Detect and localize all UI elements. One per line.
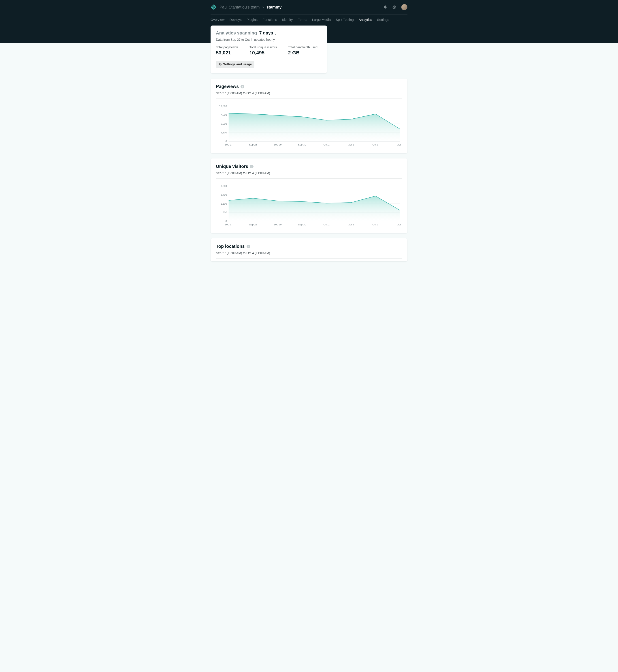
- stat-value: 53,021: [216, 50, 238, 56]
- svg-text:Sep 28: Sep 28: [249, 143, 257, 146]
- settings-usage-button[interactable]: Settings and usage: [216, 61, 254, 68]
- stat-value: 10,495: [249, 50, 277, 56]
- svg-text:Sep 27: Sep 27: [225, 143, 233, 146]
- header-row: Paul Stamatiou's team › stammy: [211, 0, 407, 14]
- svg-text:2,500: 2,500: [221, 131, 227, 134]
- summary-subtitle: Data from Sep 27 to Oct 4, updated hourl…: [216, 38, 321, 41]
- summary-title-prefix: Analytics spanning: [216, 30, 257, 35]
- svg-text:Sep 27: Sep 27: [225, 223, 233, 226]
- svg-text:Oct 1: Oct 1: [323, 143, 330, 146]
- svg-text:0: 0: [225, 220, 227, 222]
- analytics-summary-card: Analytics spanning 7 days ⌄ Data from Se…: [211, 25, 327, 73]
- stat-label: Total bandwidth used: [288, 45, 318, 49]
- bell-icon[interactable]: [383, 5, 387, 9]
- svg-text:Sep 29: Sep 29: [274, 143, 282, 146]
- nav-split-testing[interactable]: Split Testing: [336, 18, 354, 21]
- pageviews-title: Pageviews i: [216, 84, 402, 89]
- chart-range: Sep 27 (12:00 AM) to Oct 4 (11:00 AM): [216, 251, 402, 259]
- summary-period-value: 7 days: [259, 30, 273, 35]
- nav-analytics[interactable]: Analytics: [359, 18, 372, 21]
- svg-text:Oct 4: Oct 4: [397, 223, 402, 226]
- svg-text:10,000: 10,000: [219, 105, 227, 107]
- nav-functions[interactable]: Functions: [263, 18, 277, 21]
- chart-title-text: Unique visitors: [216, 164, 248, 169]
- svg-text:Oct 4: Oct 4: [397, 143, 402, 146]
- svg-text:Oct 1: Oct 1: [323, 223, 330, 226]
- chart-title-text: Pageviews: [216, 84, 239, 89]
- gear-icon: [219, 63, 222, 66]
- team-name[interactable]: Paul Stamatiou's team: [219, 5, 260, 10]
- svg-text:5,000: 5,000: [221, 122, 227, 125]
- stat-bandwidth: Total bandwidth used 2 GB: [288, 45, 318, 56]
- summary-period-dropdown[interactable]: 7 days ⌄: [259, 30, 277, 35]
- svg-text:Sep 30: Sep 30: [298, 223, 306, 226]
- stat-label: Total pageviews: [216, 45, 238, 49]
- svg-text:800: 800: [223, 211, 227, 214]
- nav-plugins[interactable]: Plugins: [246, 18, 258, 21]
- stats-row: Total pageviews 53,021 Total unique visi…: [216, 45, 321, 56]
- summary-title: Analytics spanning 7 days ⌄: [216, 30, 321, 35]
- svg-text:0: 0: [225, 140, 227, 142]
- site-name[interactable]: stammy: [267, 5, 282, 10]
- svg-text:Oct 3: Oct 3: [373, 143, 379, 146]
- stat-label: Total unique visitors: [249, 45, 277, 49]
- svg-text:Oct 3: Oct 3: [373, 223, 379, 226]
- svg-text:Oct 2: Oct 2: [348, 143, 354, 146]
- svg-text:1,600: 1,600: [221, 202, 227, 205]
- svg-text:Oct 2: Oct 2: [348, 223, 354, 226]
- svg-text:2,400: 2,400: [221, 194, 227, 196]
- nav-forms[interactable]: Forms: [298, 18, 307, 21]
- info-icon[interactable]: i: [246, 245, 250, 248]
- nav-overview[interactable]: Overview: [211, 18, 225, 21]
- breadcrumb: Paul Stamatiou's team › stammy: [211, 4, 282, 10]
- locations-title: Top locations i: [216, 244, 402, 249]
- svg-text:Sep 28: Sep 28: [249, 223, 257, 226]
- chevron-down-icon: ⌄: [274, 32, 277, 35]
- svg-text:Sep 29: Sep 29: [274, 223, 282, 226]
- info-icon[interactable]: i: [240, 85, 244, 88]
- pageviews-card: Pageviews i Sep 27 (12:00 AM) to Oct 4 (…: [211, 79, 407, 153]
- stat-visitors: Total unique visitors 10,495: [249, 45, 277, 56]
- chart-title-text: Top locations: [216, 244, 245, 249]
- visitors-card: Unique visitors i Sep 27 (12:00 AM) to O…: [211, 159, 407, 233]
- svg-point-5: [394, 7, 395, 8]
- svg-text:7,500: 7,500: [221, 113, 227, 116]
- help-icon[interactable]: [392, 5, 396, 9]
- settings-usage-label: Settings and usage: [223, 63, 252, 66]
- header-icons: [383, 4, 407, 10]
- chart-range: Sep 27 (12:00 AM) to Oct 4 (11:00 AM): [216, 91, 402, 99]
- info-icon[interactable]: i: [250, 165, 253, 168]
- visitors-chart: 08001,6002,4003,200Sep 27Sep 28Sep 29Sep…: [216, 184, 402, 226]
- stat-value: 2 GB: [288, 50, 318, 56]
- nav-row: Overview Deploys Plugins Functions Ident…: [211, 14, 407, 25]
- nav-settings[interactable]: Settings: [377, 18, 389, 21]
- visitors-title: Unique visitors i: [216, 164, 402, 169]
- stat-pageviews: Total pageviews 53,021: [216, 45, 238, 56]
- chart-range: Sep 27 (12:00 AM) to Oct 4 (11:00 AM): [216, 171, 402, 179]
- pageviews-chart: 02,5005,0007,50010,000Sep 27Sep 28Sep 29…: [216, 104, 402, 147]
- breadcrumb-separator: ›: [263, 5, 264, 10]
- netlify-logo-icon[interactable]: [211, 4, 217, 10]
- avatar[interactable]: [401, 4, 407, 10]
- nav-large-media[interactable]: Large Media: [312, 18, 331, 21]
- svg-text:3,200: 3,200: [221, 185, 227, 187]
- locations-card: Top locations i Sep 27 (12:00 AM) to Oct…: [211, 238, 407, 261]
- nav-identity[interactable]: Identity: [282, 18, 293, 21]
- svg-text:Sep 30: Sep 30: [298, 143, 306, 146]
- nav-deploys[interactable]: Deploys: [229, 18, 242, 21]
